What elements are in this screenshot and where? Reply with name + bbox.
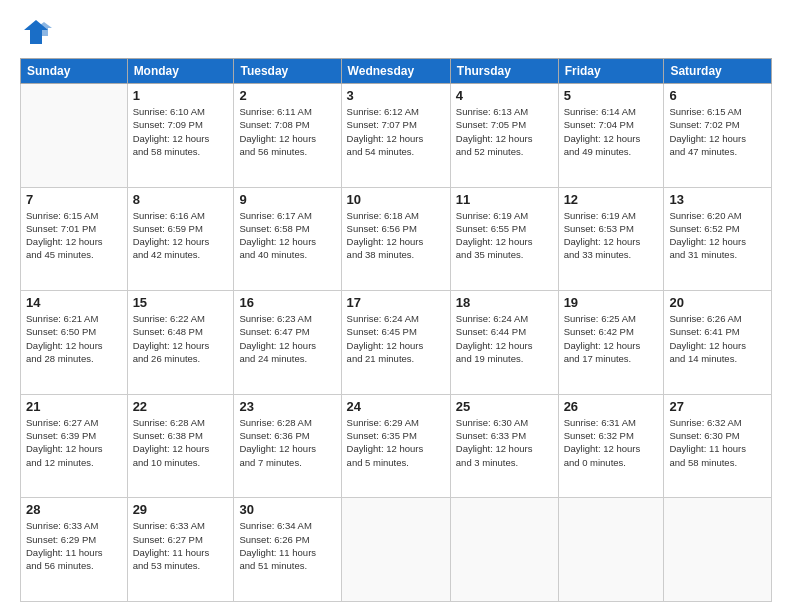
day-info: Sunrise: 6:20 AM Sunset: 6:52 PM Dayligh… — [669, 209, 766, 262]
calendar-cell: 26Sunrise: 6:31 AM Sunset: 6:32 PM Dayli… — [558, 394, 664, 498]
header-day-monday: Monday — [127, 59, 234, 84]
calendar-table: SundayMondayTuesdayWednesdayThursdayFrid… — [20, 58, 772, 602]
day-number: 6 — [669, 88, 766, 103]
calendar-cell: 23Sunrise: 6:28 AM Sunset: 6:36 PM Dayli… — [234, 394, 341, 498]
calendar-cell: 11Sunrise: 6:19 AM Sunset: 6:55 PM Dayli… — [450, 187, 558, 291]
day-number: 2 — [239, 88, 335, 103]
header — [20, 16, 772, 48]
calendar-cell: 21Sunrise: 6:27 AM Sunset: 6:39 PM Dayli… — [21, 394, 128, 498]
day-info: Sunrise: 6:19 AM Sunset: 6:55 PM Dayligh… — [456, 209, 553, 262]
calendar-cell: 24Sunrise: 6:29 AM Sunset: 6:35 PM Dayli… — [341, 394, 450, 498]
calendar-cell: 7Sunrise: 6:15 AM Sunset: 7:01 PM Daylig… — [21, 187, 128, 291]
day-number: 8 — [133, 192, 229, 207]
calendar-cell — [341, 498, 450, 602]
header-row: SundayMondayTuesdayWednesdayThursdayFrid… — [21, 59, 772, 84]
calendar-cell — [21, 84, 128, 188]
calendar-header: SundayMondayTuesdayWednesdayThursdayFrid… — [21, 59, 772, 84]
day-info: Sunrise: 6:29 AM Sunset: 6:35 PM Dayligh… — [347, 416, 445, 469]
day-info: Sunrise: 6:21 AM Sunset: 6:50 PM Dayligh… — [26, 312, 122, 365]
day-info: Sunrise: 6:11 AM Sunset: 7:08 PM Dayligh… — [239, 105, 335, 158]
day-info: Sunrise: 6:25 AM Sunset: 6:42 PM Dayligh… — [564, 312, 659, 365]
week-row-4: 28Sunrise: 6:33 AM Sunset: 6:29 PM Dayli… — [21, 498, 772, 602]
day-number: 21 — [26, 399, 122, 414]
day-info: Sunrise: 6:23 AM Sunset: 6:47 PM Dayligh… — [239, 312, 335, 365]
week-row-2: 14Sunrise: 6:21 AM Sunset: 6:50 PM Dayli… — [21, 291, 772, 395]
header-day-wednesday: Wednesday — [341, 59, 450, 84]
day-number: 27 — [669, 399, 766, 414]
day-info: Sunrise: 6:30 AM Sunset: 6:33 PM Dayligh… — [456, 416, 553, 469]
day-info: Sunrise: 6:27 AM Sunset: 6:39 PM Dayligh… — [26, 416, 122, 469]
day-number: 14 — [26, 295, 122, 310]
day-info: Sunrise: 6:13 AM Sunset: 7:05 PM Dayligh… — [456, 105, 553, 158]
calendar-cell: 27Sunrise: 6:32 AM Sunset: 6:30 PM Dayli… — [664, 394, 772, 498]
calendar-body: 1Sunrise: 6:10 AM Sunset: 7:09 PM Daylig… — [21, 84, 772, 602]
day-info: Sunrise: 6:22 AM Sunset: 6:48 PM Dayligh… — [133, 312, 229, 365]
calendar-cell: 19Sunrise: 6:25 AM Sunset: 6:42 PM Dayli… — [558, 291, 664, 395]
calendar-cell: 10Sunrise: 6:18 AM Sunset: 6:56 PM Dayli… — [341, 187, 450, 291]
calendar-cell: 20Sunrise: 6:26 AM Sunset: 6:41 PM Dayli… — [664, 291, 772, 395]
day-number: 1 — [133, 88, 229, 103]
day-info: Sunrise: 6:31 AM Sunset: 6:32 PM Dayligh… — [564, 416, 659, 469]
day-number: 13 — [669, 192, 766, 207]
day-number: 22 — [133, 399, 229, 414]
day-info: Sunrise: 6:24 AM Sunset: 6:44 PM Dayligh… — [456, 312, 553, 365]
week-row-3: 21Sunrise: 6:27 AM Sunset: 6:39 PM Dayli… — [21, 394, 772, 498]
week-row-1: 7Sunrise: 6:15 AM Sunset: 7:01 PM Daylig… — [21, 187, 772, 291]
calendar-cell: 13Sunrise: 6:20 AM Sunset: 6:52 PM Dayli… — [664, 187, 772, 291]
day-number: 30 — [239, 502, 335, 517]
day-info: Sunrise: 6:32 AM Sunset: 6:30 PM Dayligh… — [669, 416, 766, 469]
calendar-cell: 2Sunrise: 6:11 AM Sunset: 7:08 PM Daylig… — [234, 84, 341, 188]
day-number: 19 — [564, 295, 659, 310]
day-number: 9 — [239, 192, 335, 207]
day-info: Sunrise: 6:15 AM Sunset: 7:01 PM Dayligh… — [26, 209, 122, 262]
calendar-cell — [664, 498, 772, 602]
logo — [20, 16, 56, 48]
day-number: 23 — [239, 399, 335, 414]
header-day-saturday: Saturday — [664, 59, 772, 84]
calendar-cell: 14Sunrise: 6:21 AM Sunset: 6:50 PM Dayli… — [21, 291, 128, 395]
day-info: Sunrise: 6:12 AM Sunset: 7:07 PM Dayligh… — [347, 105, 445, 158]
calendar-cell — [558, 498, 664, 602]
day-number: 16 — [239, 295, 335, 310]
day-number: 20 — [669, 295, 766, 310]
day-number: 3 — [347, 88, 445, 103]
day-number: 17 — [347, 295, 445, 310]
calendar-cell: 1Sunrise: 6:10 AM Sunset: 7:09 PM Daylig… — [127, 84, 234, 188]
day-info: Sunrise: 6:28 AM Sunset: 6:36 PM Dayligh… — [239, 416, 335, 469]
day-number: 18 — [456, 295, 553, 310]
calendar-cell: 9Sunrise: 6:17 AM Sunset: 6:58 PM Daylig… — [234, 187, 341, 291]
day-info: Sunrise: 6:14 AM Sunset: 7:04 PM Dayligh… — [564, 105, 659, 158]
calendar-cell: 4Sunrise: 6:13 AM Sunset: 7:05 PM Daylig… — [450, 84, 558, 188]
day-info: Sunrise: 6:24 AM Sunset: 6:45 PM Dayligh… — [347, 312, 445, 365]
header-day-sunday: Sunday — [21, 59, 128, 84]
day-info: Sunrise: 6:19 AM Sunset: 6:53 PM Dayligh… — [564, 209, 659, 262]
calendar-cell: 29Sunrise: 6:33 AM Sunset: 6:27 PM Dayli… — [127, 498, 234, 602]
calendar-cell — [450, 498, 558, 602]
calendar-cell: 8Sunrise: 6:16 AM Sunset: 6:59 PM Daylig… — [127, 187, 234, 291]
day-info: Sunrise: 6:16 AM Sunset: 6:59 PM Dayligh… — [133, 209, 229, 262]
day-info: Sunrise: 6:33 AM Sunset: 6:27 PM Dayligh… — [133, 519, 229, 572]
day-number: 12 — [564, 192, 659, 207]
day-number: 25 — [456, 399, 553, 414]
header-day-friday: Friday — [558, 59, 664, 84]
week-row-0: 1Sunrise: 6:10 AM Sunset: 7:09 PM Daylig… — [21, 84, 772, 188]
calendar-cell: 12Sunrise: 6:19 AM Sunset: 6:53 PM Dayli… — [558, 187, 664, 291]
calendar-cell: 6Sunrise: 6:15 AM Sunset: 7:02 PM Daylig… — [664, 84, 772, 188]
calendar-cell: 18Sunrise: 6:24 AM Sunset: 6:44 PM Dayli… — [450, 291, 558, 395]
day-info: Sunrise: 6:33 AM Sunset: 6:29 PM Dayligh… — [26, 519, 122, 572]
calendar-cell: 25Sunrise: 6:30 AM Sunset: 6:33 PM Dayli… — [450, 394, 558, 498]
calendar-cell: 17Sunrise: 6:24 AM Sunset: 6:45 PM Dayli… — [341, 291, 450, 395]
header-day-thursday: Thursday — [450, 59, 558, 84]
calendar-cell: 22Sunrise: 6:28 AM Sunset: 6:38 PM Dayli… — [127, 394, 234, 498]
day-number: 7 — [26, 192, 122, 207]
calendar-cell: 5Sunrise: 6:14 AM Sunset: 7:04 PM Daylig… — [558, 84, 664, 188]
day-number: 11 — [456, 192, 553, 207]
day-number: 4 — [456, 88, 553, 103]
day-info: Sunrise: 6:34 AM Sunset: 6:26 PM Dayligh… — [239, 519, 335, 572]
day-info: Sunrise: 6:15 AM Sunset: 7:02 PM Dayligh… — [669, 105, 766, 158]
day-info: Sunrise: 6:10 AM Sunset: 7:09 PM Dayligh… — [133, 105, 229, 158]
logo-icon — [20, 16, 52, 48]
day-number: 24 — [347, 399, 445, 414]
day-info: Sunrise: 6:28 AM Sunset: 6:38 PM Dayligh… — [133, 416, 229, 469]
calendar-cell: 15Sunrise: 6:22 AM Sunset: 6:48 PM Dayli… — [127, 291, 234, 395]
